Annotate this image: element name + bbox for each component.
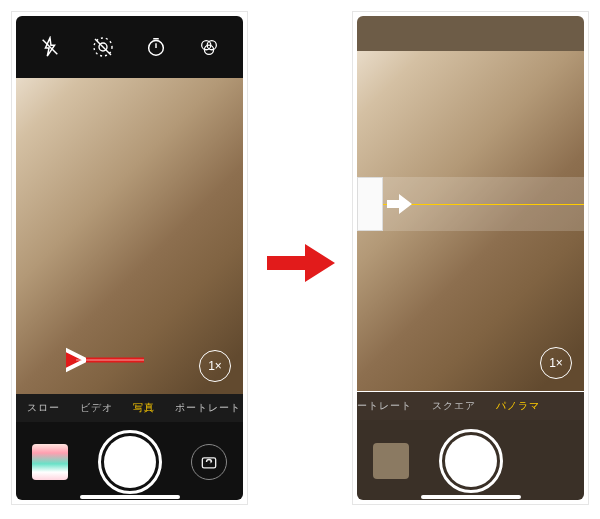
viewfinder[interactable]: 1× [357, 51, 584, 391]
flash-toggle[interactable] [37, 34, 63, 60]
camera-bottom-bar [357, 420, 584, 500]
zoom-button[interactable]: 1× [199, 350, 231, 382]
thumbnail-image [32, 444, 68, 480]
panorama-direction-arrow-icon[interactable] [387, 193, 413, 215]
swipe-left-annotation [66, 346, 150, 378]
mode-slow[interactable]: スロー [27, 401, 60, 415]
mode-photo[interactable]: 写真 [133, 401, 155, 415]
last-photo-thumbnail[interactable] [373, 443, 409, 479]
panorama-track [357, 177, 584, 231]
mode-strip[interactable]: ス スロー ビデオ 写真 ポートレート スクエア [16, 394, 243, 422]
mode-portrait[interactable]: ポートレート [175, 401, 241, 415]
camera-top-bar [16, 16, 243, 78]
phone-before: 1× ス スロー ビデオ 写真 ポートレート スクエア [11, 11, 248, 505]
spacer [532, 443, 568, 479]
shutter-button[interactable] [445, 435, 497, 487]
mode-strip[interactable]: ートレート スクエア パノラマ [357, 392, 584, 420]
home-indicator[interactable] [80, 495, 180, 499]
phone-after: 1× ートレート スクエア パノラマ [352, 11, 589, 505]
shutter-ring [98, 430, 162, 494]
camera-flip-button[interactable] [191, 444, 227, 480]
viewfinder[interactable]: 1× [16, 78, 243, 394]
shutter-button[interactable] [104, 436, 156, 488]
mode-square[interactable]: スクエア [432, 399, 476, 413]
panorama-frame [357, 177, 383, 231]
camera-bottom-bar [16, 422, 243, 500]
shutter-ring [439, 429, 503, 493]
zoom-button[interactable]: 1× [540, 347, 572, 379]
filters-toggle[interactable] [196, 34, 222, 60]
zoom-label: 1× [208, 359, 222, 373]
svg-line-4 [95, 39, 111, 55]
last-photo-thumbnail[interactable] [32, 444, 68, 480]
live-photo-toggle[interactable] [90, 34, 116, 60]
zoom-label: 1× [549, 356, 563, 370]
mode-video[interactable]: ビデオ [80, 401, 113, 415]
timer-toggle[interactable] [143, 34, 169, 60]
transition-arrow [265, 240, 337, 290]
home-indicator[interactable] [421, 495, 521, 499]
status-spacer [357, 16, 584, 51]
mode-pano[interactable]: パノラマ [496, 399, 540, 413]
mode-portrait-partial[interactable]: ートレート [357, 399, 412, 413]
